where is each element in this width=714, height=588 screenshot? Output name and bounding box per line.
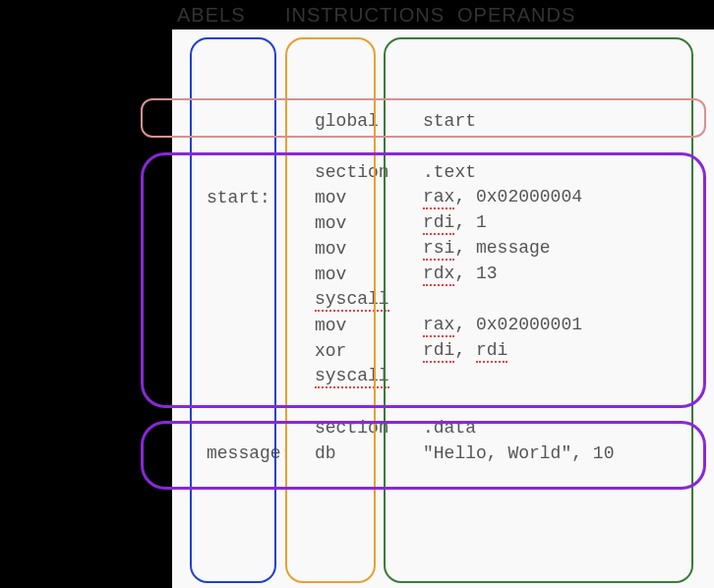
code-row: movrdx, 13 (192, 262, 694, 287)
code-row: globalstart (192, 108, 694, 134)
header-instructions: INSTRUCTIONS (285, 4, 445, 27)
instruction-cell: mov (300, 213, 408, 233)
code-row: movrsi, message (192, 236, 694, 262)
code-row: start:movrax, 0x02000004 (192, 185, 694, 210)
operand-cell: rdx, 13 (408, 264, 694, 286)
code-row: section.text (192, 159, 694, 185)
instruction-cell: section (300, 418, 408, 438)
label-cell: message: (192, 443, 300, 463)
instruction-cell: mov (300, 316, 408, 335)
operand-cell: rax, 0x02000004 (408, 187, 694, 209)
instruction-cell: section (300, 162, 408, 182)
code-row: message:db"Hello, World", 10 (192, 441, 694, 466)
instruction-cell: global (300, 111, 408, 131)
instruction-cell: mov (300, 188, 408, 207)
instruction-cell: syscall (300, 289, 408, 312)
operand-cell: "Hello, World", 10 (408, 443, 694, 463)
code-rows: globalstartsection.textstart:movrax, 0x0… (192, 108, 694, 466)
code-row: movrax, 0x02000001 (192, 313, 694, 338)
instruction-cell: syscall (300, 366, 408, 388)
instruction-cell: xor (300, 341, 408, 361)
operand-cell: rax, 0x02000001 (408, 315, 694, 337)
code-area: globalstartsection.textstart:movrax, 0x0… (172, 29, 714, 588)
instruction-cell: mov (300, 265, 408, 284)
code-row: syscall (192, 287, 694, 313)
instruction-cell: db (300, 443, 408, 463)
label-cell: start: (192, 188, 300, 207)
code-row: section.data (192, 415, 694, 441)
instruction-cell: mov (300, 239, 408, 259)
code-row: syscall (192, 364, 694, 389)
spacer-row (192, 134, 694, 159)
operand-cell: .text (408, 162, 694, 182)
header-labels: ABELS (177, 4, 245, 27)
code-row: movrdi, 1 (192, 210, 694, 236)
spacer-row (192, 389, 694, 415)
operand-cell: rdi, rdi (408, 340, 694, 363)
operand-cell: rdi, 1 (408, 212, 694, 235)
operand-cell: .data (408, 418, 694, 438)
operand-cell: start (408, 111, 694, 131)
code-row: xorrdi, rdi (192, 338, 694, 364)
operand-cell: rsi, message (408, 238, 694, 261)
header-operands: OPERANDS (457, 4, 575, 27)
